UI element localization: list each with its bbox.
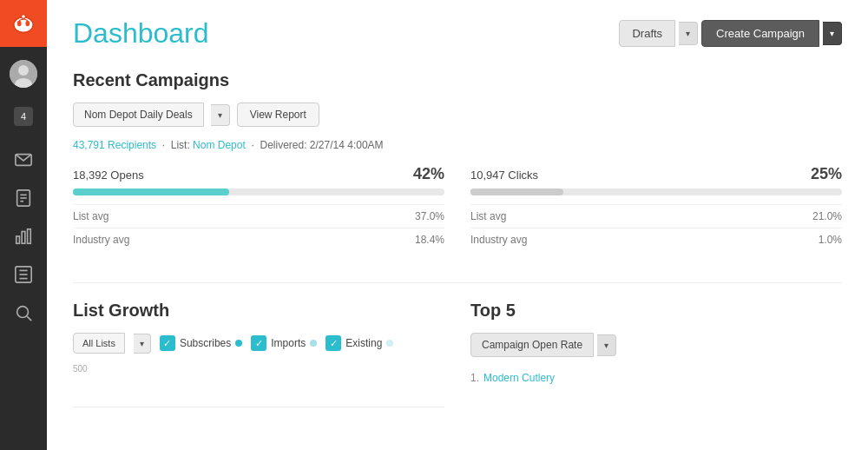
svg-point-6 (18, 65, 29, 76)
svg-rect-13 (16, 236, 20, 243)
sidebar: 4 (0, 0, 47, 450)
campaign-open-rate-dropdown[interactable]: ▾ (597, 334, 616, 356)
campaign-open-rate-button[interactable]: Campaign Open Rate (470, 333, 594, 357)
clicks-industry-avg: Industry avg 1.0% (470, 228, 842, 251)
clicks-label: 10,947 Clicks (470, 169, 538, 182)
existing-dot (386, 340, 393, 347)
imports-label: Imports (271, 337, 306, 349)
section-divider (73, 282, 842, 283)
sidebar-item-mail[interactable] (0, 141, 47, 179)
svg-point-20 (17, 307, 29, 318)
subscribes-label: Subscribes (180, 337, 231, 349)
logo[interactable] (0, 0, 47, 47)
subscribes-filter[interactable]: ✓ Subscribes (160, 335, 242, 351)
top5-list: 1. Modern Cutlery (470, 369, 842, 387)
list-growth-chart: 500 (73, 364, 444, 407)
delivered-text: Delivered: 2/27/14 4:00AM (260, 139, 383, 151)
notification-badge[interactable]: 4 (0, 101, 47, 132)
create-campaign-dropdown-button[interactable]: ▾ (823, 22, 842, 45)
opens-stat: 18,392 Opens 42% List avg 37.0% Industry… (73, 165, 444, 265)
sidebar-item-search[interactable] (0, 294, 47, 332)
svg-point-2 (17, 21, 22, 26)
sidebar-item-documents[interactable] (0, 179, 47, 217)
header-actions: Drafts ▾ Create Campaign ▾ (619, 20, 842, 47)
subscribes-checkbox[interactable]: ✓ (160, 335, 175, 351)
clicks-list-avg: List avg 21.0% (470, 204, 842, 228)
sidebar-item-lists[interactable] (0, 255, 47, 294)
campaign-selector-button[interactable]: Nom Depot Daily Deals (73, 103, 204, 127)
list-growth-title: List Growth (73, 301, 444, 321)
bottom-grid: List Growth All Lists ▾ ✓ Subscribes ✓ I… (73, 301, 842, 407)
opens-bar-fill (73, 189, 229, 195)
existing-filter[interactable]: ✓ Existing (326, 335, 393, 351)
list-growth-section: List Growth All Lists ▾ ✓ Subscribes ✓ I… (73, 301, 444, 407)
page-title: Dashboard (73, 17, 209, 50)
opens-value: 42% (413, 165, 444, 183)
recipients-link[interactable]: 43,791 Recipients (73, 139, 156, 151)
clicks-value: 25% (811, 165, 842, 183)
opens-list-avg-value: 37.0% (415, 210, 444, 222)
campaign-controls: Nom Depot Daily Deals ▾ View Report (73, 103, 842, 127)
clicks-industry-avg-value: 1.0% (819, 234, 842, 246)
opens-industry-avg-value: 18.4% (415, 234, 444, 246)
page-header: Dashboard Drafts ▾ Create Campaign ▾ (73, 17, 842, 50)
top5-item: 1. Modern Cutlery (470, 369, 842, 387)
svg-point-4 (22, 15, 26, 19)
list-link[interactable]: Nom Depot (193, 139, 246, 151)
clicks-industry-avg-label: Industry avg (470, 234, 527, 246)
chart-500-label: 500 (73, 364, 88, 374)
recent-campaigns-section: Recent Campaigns Nom Depot Daily Deals ▾… (73, 70, 842, 265)
all-lists-dropdown[interactable]: ▾ (134, 334, 151, 354)
drafts-dropdown-button[interactable]: ▾ (679, 22, 698, 45)
recent-campaigns-title: Recent Campaigns (73, 70, 842, 90)
svg-line-21 (27, 316, 31, 321)
sidebar-navigation (0, 141, 47, 332)
sidebar-item-charts[interactable] (0, 217, 47, 255)
top5-section: Top 5 Campaign Open Rate ▾ 1. Modern Cut… (470, 301, 842, 407)
imports-filter[interactable]: ✓ Imports (251, 335, 317, 351)
campaign-selector-dropdown[interactable]: ▾ (211, 104, 230, 126)
svg-rect-15 (28, 229, 31, 244)
view-report-button[interactable]: View Report (237, 103, 319, 127)
opens-industry-avg: Industry avg 18.4% (73, 228, 444, 251)
svg-point-3 (25, 21, 30, 26)
existing-label: Existing (345, 337, 382, 349)
user-avatar[interactable] (0, 50, 47, 97)
opens-bar-bg (73, 189, 444, 195)
create-campaign-button[interactable]: Create Campaign (701, 20, 819, 47)
opens-header: 18,392 Opens 42% (73, 165, 444, 183)
filter-row: All Lists ▾ ✓ Subscribes ✓ Imports ✓ Exi… (73, 333, 444, 354)
clicks-stat: 10,947 Clicks 25% List avg 21.0% Industr… (470, 165, 842, 265)
opens-industry-avg-label: Industry avg (73, 234, 129, 246)
top5-controls: Campaign Open Rate ▾ (470, 333, 842, 357)
clicks-bar-bg (470, 189, 842, 195)
opens-label: 18,392 Opens (73, 169, 144, 182)
clicks-bar-fill (470, 189, 563, 195)
main-content: Dashboard Drafts ▾ Create Campaign ▾ Rec… (47, 0, 868, 450)
opens-list-avg-label: List avg (73, 210, 108, 222)
top5-title: Top 5 (470, 301, 842, 321)
stats-grid: 18,392 Opens 42% List avg 37.0% Industry… (73, 165, 842, 265)
svg-rect-14 (22, 232, 25, 244)
clicks-list-avg-label: List avg (470, 210, 506, 222)
opens-list-avg: List avg 37.0% (73, 204, 444, 228)
campaign-meta: 43,791 Recipients · List: Nom Depot · De… (73, 139, 842, 151)
clicks-header: 10,947 Clicks 25% (470, 165, 842, 183)
subscribes-dot (235, 340, 242, 347)
existing-checkbox[interactable]: ✓ (326, 335, 341, 351)
imports-dot (310, 340, 317, 347)
top5-rank: 1. (470, 372, 479, 384)
drafts-button[interactable]: Drafts (619, 20, 675, 47)
all-lists-button[interactable]: All Lists (73, 333, 125, 354)
imports-checkbox[interactable]: ✓ (251, 335, 266, 351)
clicks-list-avg-value: 21.0% (812, 210, 842, 222)
top5-name-link[interactable]: Modern Cutlery (483, 372, 555, 384)
